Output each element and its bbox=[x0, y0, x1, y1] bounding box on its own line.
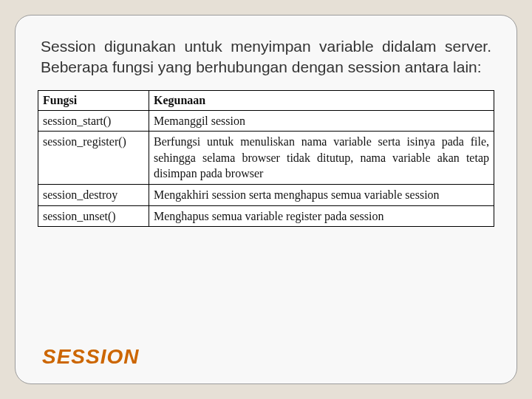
cell-fn: session_register() bbox=[38, 132, 149, 185]
intro-paragraph: Session digunakan untuk menyimpan variab… bbox=[41, 36, 491, 78]
table-header-row: Fungsi Kegunaan bbox=[38, 90, 494, 110]
table-row: session_destroy Mengakhiri session serta… bbox=[38, 185, 494, 206]
table-row: session_start() Memanggil session bbox=[38, 110, 494, 132]
table-row: session_register() Berfungsi untuk menul… bbox=[38, 132, 494, 185]
cell-desc: Menghapus semua variable register pada s… bbox=[149, 205, 494, 227]
cell-fn: session_destroy bbox=[38, 185, 149, 206]
header-kegunaan: Kegunaan bbox=[149, 90, 494, 110]
header-fungsi: Fungsi bbox=[38, 90, 149, 110]
cell-desc: Memanggil session bbox=[149, 110, 494, 132]
cell-desc: Berfungsi untuk menuliskan nama variable… bbox=[149, 132, 494, 185]
slide-card: Session digunakan untuk menyimpan variab… bbox=[15, 15, 517, 384]
table-row: session_unset() Menghapus semua variable… bbox=[38, 205, 494, 227]
cell-desc: Mengakhiri session serta menghapus semua… bbox=[149, 185, 494, 206]
slide-title: SESSION bbox=[38, 345, 494, 370]
cell-fn: session_start() bbox=[38, 110, 149, 132]
functions-table: Fungsi Kegunaan session_start() Memanggi… bbox=[38, 90, 494, 228]
cell-fn: session_unset() bbox=[38, 205, 149, 227]
